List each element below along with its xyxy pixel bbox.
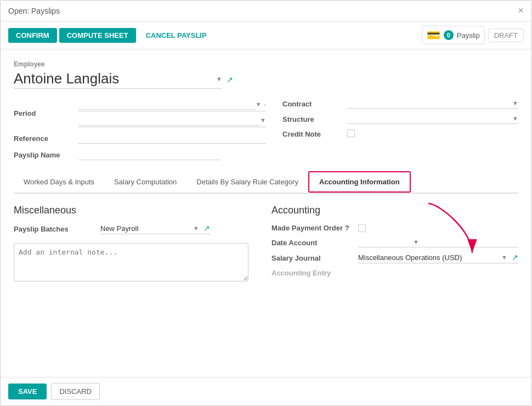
employee-row: Antoine Langlais ▼ ↗: [14, 70, 518, 89]
form-area: Employee Antoine Langlais ▼ ↗ Period 04/…: [1, 49, 531, 377]
date-account-chevron: ▼: [413, 239, 419, 245]
payslip-icon: 💳: [427, 29, 440, 42]
period-from-input[interactable]: 04/01/2019 ▼ -: [78, 99, 266, 111]
payslip-batches-row: Payslip Batches New Payroll ▼ ↗: [14, 224, 261, 234]
payslip-badge[interactable]: 💳 0 Payslip: [422, 26, 485, 44]
miscellaneous-section: Miscellaneous Payslip Batches New Payrol…: [14, 205, 261, 283]
date-range: 04/01/2019 ▼ - 04/30/2019 ▼: [78, 99, 266, 127]
salary-journal-select[interactable]: Miscellaneous Operations (USD) ▼ ↗: [358, 253, 518, 263]
form-right: Contract ▼ Structure ▼ Credit Note: [266, 99, 518, 160]
miscellaneous-title: Miscellaneous: [14, 205, 261, 216]
payslip-name-label: Payslip Name: [14, 151, 74, 159]
contract-select[interactable]: ▼: [347, 99, 518, 109]
salary-journal-field[interactable]: Miscellaneous Operations (USD): [358, 253, 499, 262]
tab-accounting-info[interactable]: Accounting Information: [308, 171, 411, 193]
tab-worked-days[interactable]: Worked Days & Inputs: [14, 171, 104, 193]
accounting-section: Accounting Made Payment Order ? Date Acc…: [271, 205, 518, 283]
form-grid: Period 04/01/2019 ▼ - 04/30/2019 ▼: [14, 99, 518, 160]
period-to-chevron: ▼: [260, 117, 266, 123]
close-button[interactable]: ×: [518, 5, 524, 16]
period-from-chevron: ▼: [256, 101, 262, 108]
toolbar-right: 💳 0 Payslip DRAFT: [422, 26, 524, 44]
modal-payslips: Open: Payslips × CONFIRM COMPUTE SHEET C…: [0, 0, 532, 406]
employee-label: Employee: [14, 60, 518, 68]
salary-journal-label: Salary Journal: [271, 254, 354, 262]
discard-button[interactable]: DISCARD: [51, 383, 100, 400]
date-account-label: Date Account: [271, 239, 354, 247]
credit-note-label: Credit Note: [282, 130, 343, 138]
tabs: Worked Days & Inputs Salary Computation …: [14, 171, 518, 194]
date-account-input[interactable]: 04/19/2019 ▼: [358, 238, 518, 247]
tab-details-salary[interactable]: Details By Salary Rule Category: [186, 171, 308, 193]
contract-chevron: ▼: [512, 100, 518, 106]
form-left: Period 04/01/2019 ▼ - 04/30/2019 ▼: [14, 99, 266, 160]
payslip-name-field[interactable]: Salary Slip of Antoine Langlais for Apri…: [78, 149, 221, 160]
credit-note-value: [347, 129, 518, 139]
employee-select[interactable]: Antoine Langlais ▼: [14, 70, 222, 89]
structure-select[interactable]: ▼: [347, 114, 518, 124]
period-label: Period: [14, 109, 74, 117]
date-account-field[interactable]: 04/19/2019: [358, 238, 413, 246]
tab-two-col: Miscellaneous Payslip Batches New Payrol…: [14, 205, 518, 283]
payslip-batches-link[interactable]: ↗: [203, 224, 210, 233]
confirm-button[interactable]: CONFIRM: [8, 28, 57, 43]
modal-title-bar: Open: Payslips ×: [1, 1, 531, 21]
salary-journal-link[interactable]: ↗: [512, 253, 518, 262]
draft-badge: DRAFT: [488, 29, 524, 42]
employee-chevron: ▼: [216, 76, 222, 82]
payslip-batches-field[interactable]: New Payroll: [100, 224, 191, 233]
period-to-field[interactable]: 04/30/2019: [78, 115, 260, 126]
compute-sheet-button[interactable]: COMPUTE SHEET: [59, 28, 136, 43]
contract-label: Contract: [282, 100, 343, 108]
cancel-payslip-button[interactable]: CANCEL PAYSLIP: [138, 28, 214, 43]
structure-field[interactable]: [347, 114, 510, 122]
structure-row: Structure ▼: [282, 114, 518, 124]
save-button[interactable]: SAVE: [8, 384, 47, 399]
credit-note-checkbox[interactable]: [347, 129, 355, 137]
period-from-field[interactable]: 04/01/2019: [78, 99, 256, 110]
accounting-entry-label: Accounting Entry: [271, 269, 518, 277]
date-account-row: Date Account 04/19/2019 ▼: [271, 238, 518, 247]
employee-external-link[interactable]: ↗: [227, 75, 233, 84]
tab-content-accounting: Miscellaneous Payslip Batches New Payrol…: [14, 194, 518, 294]
payslip-name-row: Payslip Name Salary Slip of Antoine Lang…: [14, 149, 266, 160]
footer: SAVE DISCARD: [1, 377, 531, 405]
payslip-batches-chevron: ▼: [193, 225, 199, 232]
employee-name-value: Antoine Langlais: [14, 70, 214, 87]
reference-field[interactable]: SLIP/019: [78, 133, 266, 144]
reference-label: Reference: [14, 134, 74, 143]
payslip-batches-label: Payslip Batches: [14, 225, 96, 233]
made-payment-checkbox[interactable]: [358, 224, 366, 232]
period-value: 04/01/2019 ▼ - 04/30/2019 ▼: [78, 99, 266, 127]
credit-note-row: Credit Note: [282, 129, 518, 139]
salary-journal-row: Salary Journal Miscellaneous Operations …: [271, 253, 518, 263]
payslip-text: Payslip: [457, 31, 480, 40]
reference-value: SLIP/019: [78, 133, 266, 144]
salary-journal-chevron: ▼: [501, 254, 507, 261]
accounting-title: Accounting: [271, 205, 518, 216]
modal-title: Open: Payslips: [8, 7, 60, 15]
payslip-count: 0: [444, 30, 454, 40]
payslip-name-value: Salary Slip of Antoine Langlais for Apri…: [78, 149, 266, 160]
contract-field[interactable]: [347, 99, 510, 107]
internal-note-field[interactable]: [14, 243, 248, 281]
structure-label: Structure: [282, 115, 343, 123]
made-payment-row: Made Payment Order ?: [271, 224, 518, 232]
internal-note-area: [14, 243, 261, 283]
tab-salary-computation[interactable]: Salary Computation: [104, 171, 186, 193]
structure-chevron: ▼: [512, 115, 518, 122]
toolbar: CONFIRM COMPUTE SHEET CANCEL PAYSLIP 💳 0…: [1, 21, 531, 49]
period-to-input[interactable]: 04/30/2019 ▼: [78, 115, 266, 127]
period-row: Period 04/01/2019 ▼ - 04/30/2019 ▼: [14, 99, 266, 127]
payslip-batches-select[interactable]: New Payroll ▼ ↗: [100, 224, 210, 234]
made-payment-label: Made Payment Order ?: [271, 224, 354, 232]
contract-row: Contract ▼: [282, 99, 518, 109]
reference-row: Reference SLIP/019: [14, 133, 266, 144]
